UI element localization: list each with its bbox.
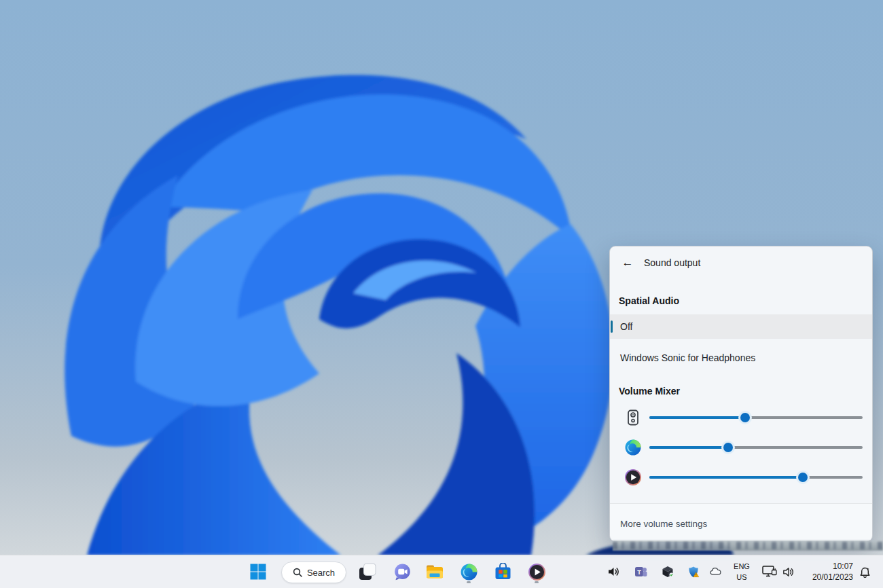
- volume-slider-system[interactable]: [649, 412, 863, 423]
- clock-date: 20/01/2023: [803, 572, 853, 583]
- tray-package-icon[interactable]: [661, 565, 674, 578]
- file-explorer-icon: [425, 562, 444, 581]
- tray-volume-icon[interactable]: [607, 565, 620, 578]
- spatial-audio-option-windows-sonic[interactable]: Windows Sonic for Headphones: [610, 346, 872, 370]
- spatial-audio-section-label: Spatial Audio: [619, 295, 679, 306]
- task-view-button[interactable]: [354, 558, 381, 585]
- flyout-header: ← Sound output: [610, 246, 872, 279]
- edge-icon: [460, 563, 478, 581]
- svg-text:T: T: [637, 569, 641, 576]
- volume-mixer-section-label: Volume Mixer: [619, 386, 680, 397]
- slider-thumb[interactable]: [798, 473, 808, 482]
- slider-thumb[interactable]: [740, 413, 750, 422]
- taskbar: Search: [0, 555, 883, 588]
- more-volume-settings-link[interactable]: More volume settings: [620, 519, 707, 529]
- file-explorer-button[interactable]: [421, 558, 448, 585]
- tray-teams-icon[interactable]: T: [634, 565, 647, 578]
- tray-speaker-icon: [782, 566, 795, 578]
- language-line1: ENG: [728, 561, 755, 572]
- flyout-footer: More volume settings: [610, 503, 872, 541]
- selected-accent-bar: [611, 320, 613, 333]
- notification-center-button[interactable]: [856, 564, 873, 581]
- language-line2: US: [728, 572, 755, 583]
- edge-taskbar-button[interactable]: [455, 558, 482, 585]
- task-view-icon: [359, 563, 376, 581]
- tray-onedrive-cloud-icon[interactable]: [709, 565, 723, 578]
- search-icon: [293, 568, 302, 577]
- wired-network-icon: [761, 564, 778, 579]
- option-label: Off: [620, 321, 632, 332]
- media-player-button[interactable]: [523, 558, 550, 585]
- search-label: Search: [307, 568, 335, 578]
- tray-language-switcher[interactable]: ENG US: [728, 561, 755, 583]
- spatial-audio-option-off[interactable]: Off: [610, 314, 872, 339]
- sound-output-flyout: ← Sound output Spatial Audio Off Windows…: [609, 246, 873, 542]
- volume-slider-edge[interactable]: [649, 442, 863, 453]
- back-button[interactable]: ←: [617, 252, 638, 274]
- mixer-row-system: [610, 403, 872, 433]
- edge-icon: [624, 439, 642, 456]
- option-label: Windows Sonic for Headphones: [620, 352, 755, 363]
- clock[interactable]: 10:07 20/01/2023: [803, 561, 853, 583]
- running-indicator: [467, 581, 471, 583]
- microsoft-store-icon: [494, 563, 512, 581]
- start-button[interactable]: [245, 558, 272, 585]
- chat-icon: [393, 563, 412, 581]
- quick-settings-button[interactable]: [758, 560, 797, 583]
- windows-logo-icon: [250, 564, 266, 580]
- slider-thumb[interactable]: [723, 443, 733, 452]
- flyout-title: Sound output: [644, 257, 700, 268]
- notification-bell-icon: [859, 566, 871, 579]
- media-player-icon: [624, 468, 642, 486]
- volume-slider-media-player[interactable]: [649, 472, 863, 483]
- mixer-row-edge: [610, 433, 872, 462]
- mixer-row-media-player: [610, 462, 872, 492]
- microsoft-store-button[interactable]: [489, 558, 516, 585]
- media-player-icon: [528, 563, 546, 581]
- tray-security-shield-icon[interactable]: [687, 565, 700, 578]
- speaker-device-icon: [624, 409, 642, 426]
- search-box[interactable]: Search: [281, 562, 346, 583]
- chat-button[interactable]: [389, 558, 416, 585]
- running-indicator: [535, 581, 539, 583]
- clock-time: 10:07: [803, 561, 853, 572]
